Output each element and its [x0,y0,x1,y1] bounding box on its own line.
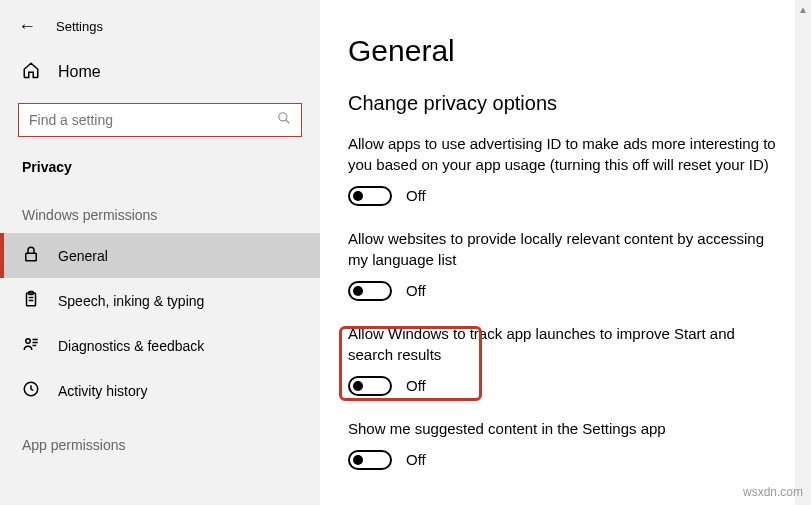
toggle-advertising-id[interactable] [348,186,392,206]
option-suggested-content: Show me suggested content in the Setting… [348,418,783,470]
option-text: Allow apps to use advertising ID to make… [348,133,783,175]
category-label: Privacy [0,151,320,197]
header-row: ← Settings [0,12,320,51]
section-app-permissions: App permissions [0,427,320,463]
toggle-language-list[interactable] [348,281,392,301]
option-language-list: Allow websites to provide locally releva… [348,228,783,301]
sidebar-item-activity[interactable]: Activity history [0,368,320,413]
svg-point-7 [26,339,31,344]
search-input[interactable] [29,112,277,128]
history-icon [22,380,40,401]
toggle-suggested-content[interactable] [348,450,392,470]
sidebar-item-label: Activity history [58,383,147,399]
home-icon [22,61,40,83]
sidebar-item-label: General [58,248,108,264]
sidebar-item-label: Diagnostics & feedback [58,338,204,354]
toggle-state-label: Off [406,280,426,301]
svg-point-0 [279,113,287,121]
window-title: Settings [56,19,103,34]
sidebar-item-diagnostics[interactable]: Diagnostics & feedback [0,323,320,368]
toggle-state-label: Off [406,375,426,396]
search-box[interactable] [18,103,302,137]
section-windows-permissions: Windows permissions [0,197,320,233]
option-advertising-id: Allow apps to use advertising ID to make… [348,133,783,206]
home-nav[interactable]: Home [0,51,320,93]
watermark: wsxdn.com [743,485,803,499]
page-title: General [348,34,783,68]
sidebar-item-general[interactable]: General [0,233,320,278]
feedback-icon [22,335,40,356]
option-text: Allow Windows to track app launches to i… [348,323,783,365]
scroll-up-icon[interactable]: ▲ [798,4,808,15]
main-content: General Change privacy options Allow app… [320,0,811,505]
clipboard-icon [22,290,40,311]
scrollbar[interactable]: ▲ [795,0,811,505]
toggle-state-label: Off [406,449,426,470]
lock-icon [22,245,40,266]
toggle-state-label: Off [406,185,426,206]
toggle-track-launches[interactable] [348,376,392,396]
sidebar-item-speech[interactable]: Speech, inking & typing [0,278,320,323]
svg-line-1 [286,120,290,124]
option-track-launches: Allow Windows to track app launches to i… [348,323,783,396]
back-arrow-icon[interactable]: ← [18,16,36,37]
option-text: Allow websites to provide locally releva… [348,228,783,270]
sidebar: ← Settings Home Privacy Windows permissi… [0,0,320,505]
home-label: Home [58,63,101,81]
section-title: Change privacy options [348,92,783,115]
search-icon [277,111,291,129]
sidebar-item-label: Speech, inking & typing [58,293,204,309]
svg-rect-2 [26,253,37,261]
option-text: Show me suggested content in the Setting… [348,418,783,439]
